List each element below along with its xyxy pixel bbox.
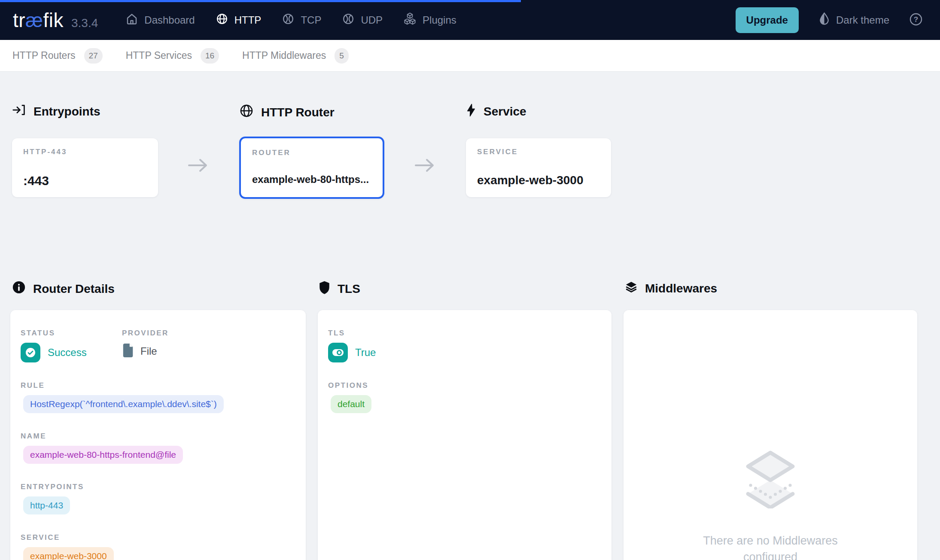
tls-section-header: TLS bbox=[319, 280, 360, 298]
middlewares-empty-message: There are no Middlewares configured bbox=[676, 533, 865, 560]
section-title: HTTP Router bbox=[261, 106, 335, 119]
entrypoint-card-label: HTTP-443 bbox=[23, 148, 147, 156]
entrypoint-card-value: :443 bbox=[23, 173, 147, 188]
tls-options-pill: default bbox=[331, 395, 371, 413]
section-title: Service bbox=[484, 105, 526, 119]
empty-layers-illustration bbox=[740, 447, 800, 510]
service-card-label: SERVICE bbox=[477, 148, 600, 156]
tab-label: HTTP Services bbox=[126, 50, 192, 61]
nav-item-tcp[interactable]: TCP bbox=[282, 12, 321, 28]
nav-item-label: Dashboard bbox=[144, 14, 195, 26]
tab-http-routers[interactable]: HTTP Routers 27 bbox=[12, 48, 103, 64]
nav-item-label: TCP bbox=[301, 14, 321, 26]
globe-icon bbox=[216, 12, 228, 28]
dark-theme-label: Dark theme bbox=[836, 14, 889, 26]
router-card-value: example-web-80-https... bbox=[252, 173, 371, 186]
http-router-section-header: HTTP Router bbox=[239, 103, 335, 121]
middlewares-card: There are no Middlewares configured bbox=[624, 310, 917, 560]
name-label: NAME bbox=[21, 432, 295, 441]
section-title: Entrypoints bbox=[33, 105, 100, 119]
globe-icon bbox=[342, 12, 355, 28]
section-title: TLS bbox=[338, 282, 360, 296]
rule-pill: HostRegexp(`^frontend\.example\.ddev\.si… bbox=[23, 395, 224, 413]
options-label: OPTIONS bbox=[328, 381, 601, 390]
count-badge: 16 bbox=[201, 48, 219, 64]
status-label: STATUS bbox=[21, 329, 122, 338]
middlewares-section-header: Middlewares bbox=[625, 280, 717, 296]
contrast-droplet-icon bbox=[818, 12, 830, 28]
question-circle-icon: ? bbox=[909, 12, 923, 28]
rule-label: RULE bbox=[21, 381, 295, 390]
count-badge: 27 bbox=[84, 48, 103, 64]
router-detail-page: Entrypoints HTTP Router Service HTTP-443… bbox=[0, 72, 940, 560]
loading-progress-bar bbox=[0, 0, 521, 2]
nav-item-udp[interactable]: UDP bbox=[342, 12, 383, 28]
status-value: Success bbox=[48, 347, 87, 359]
provider-label: PROVIDER bbox=[122, 329, 169, 338]
entrypoints-section-header: Entrypoints bbox=[12, 103, 100, 119]
provider-value: File bbox=[140, 345, 157, 357]
lightning-bolt-icon bbox=[466, 103, 476, 120]
tls-card: TLS True OPTIONS default bbox=[318, 310, 611, 560]
tls-value: True bbox=[355, 347, 376, 359]
toggle-on-icon bbox=[328, 343, 348, 362]
log-in-icon bbox=[12, 103, 26, 119]
count-badge: 5 bbox=[335, 48, 349, 64]
home-icon bbox=[125, 12, 138, 28]
layers-icon bbox=[625, 280, 638, 296]
router-details-section-header: Router Details bbox=[12, 280, 115, 297]
cubes-icon bbox=[403, 12, 417, 28]
router-card-label: ROUTER bbox=[252, 149, 371, 157]
tab-http-middlewares[interactable]: HTTP Middlewares 5 bbox=[242, 48, 349, 64]
router-details-card: STATUS Success PROVIDER bbox=[10, 310, 306, 560]
entrypoint-card[interactable]: HTTP-443 :443 bbox=[12, 138, 158, 197]
tab-http-services[interactable]: HTTP Services 16 bbox=[126, 48, 219, 64]
logo-text: træfik bbox=[13, 9, 64, 32]
traefik-logo[interactable]: træfik 3.3.4 bbox=[13, 9, 98, 32]
globe-icon bbox=[282, 12, 295, 28]
help-button[interactable]: ? bbox=[909, 12, 923, 28]
globe-icon bbox=[239, 103, 254, 121]
success-check-icon bbox=[21, 343, 40, 362]
flow-arrow-icon bbox=[186, 156, 210, 177]
nav-item-plugins[interactable]: Plugins bbox=[403, 12, 456, 28]
main-nav: Dashboard HTTP TCP UDP bbox=[125, 12, 456, 28]
version-label: 3.3.4 bbox=[71, 16, 98, 30]
dark-theme-toggle[interactable]: Dark theme bbox=[818, 12, 889, 28]
router-card[interactable]: ROUTER example-web-80-https... bbox=[239, 137, 384, 199]
service-card-value: example-web-3000 bbox=[477, 173, 600, 187]
section-title: Middlewares bbox=[645, 282, 717, 295]
name-pill: example-web-80-https-frontend@file bbox=[23, 446, 183, 464]
tab-label: HTTP Middlewares bbox=[242, 50, 326, 61]
shield-icon bbox=[319, 280, 330, 298]
nav-item-http[interactable]: HTTP bbox=[216, 12, 262, 28]
service-pill: example-web-3000 bbox=[23, 547, 114, 560]
info-icon bbox=[12, 280, 26, 297]
svg-text:?: ? bbox=[914, 15, 918, 24]
nav-item-dashboard[interactable]: Dashboard bbox=[125, 12, 195, 28]
upgrade-button[interactable]: Upgrade bbox=[736, 7, 799, 33]
http-subnav: HTTP Routers 27 HTTP Services 16 HTTP Mi… bbox=[0, 40, 940, 72]
navbar-actions: Upgrade Dark theme ? bbox=[736, 7, 923, 33]
service-section-header: Service bbox=[466, 103, 526, 120]
entrypoint-pill: http-443 bbox=[23, 496, 70, 514]
nav-item-label: Plugins bbox=[423, 14, 456, 26]
nav-item-label: HTTP bbox=[234, 14, 262, 26]
tab-label: HTTP Routers bbox=[12, 50, 76, 61]
service-label: SERVICE bbox=[21, 533, 295, 542]
service-card[interactable]: SERVICE example-web-3000 bbox=[466, 138, 611, 197]
flow-arrow-icon bbox=[413, 156, 437, 177]
nav-item-label: UDP bbox=[361, 14, 383, 26]
tls-label: TLS bbox=[328, 329, 601, 338]
top-navbar: træfik 3.3.4 Dashboard HTTP bbox=[0, 0, 940, 40]
section-title: Router Details bbox=[33, 282, 115, 296]
file-icon bbox=[122, 343, 135, 360]
entrypoints-label: ENTRYPOINTS bbox=[21, 483, 295, 491]
